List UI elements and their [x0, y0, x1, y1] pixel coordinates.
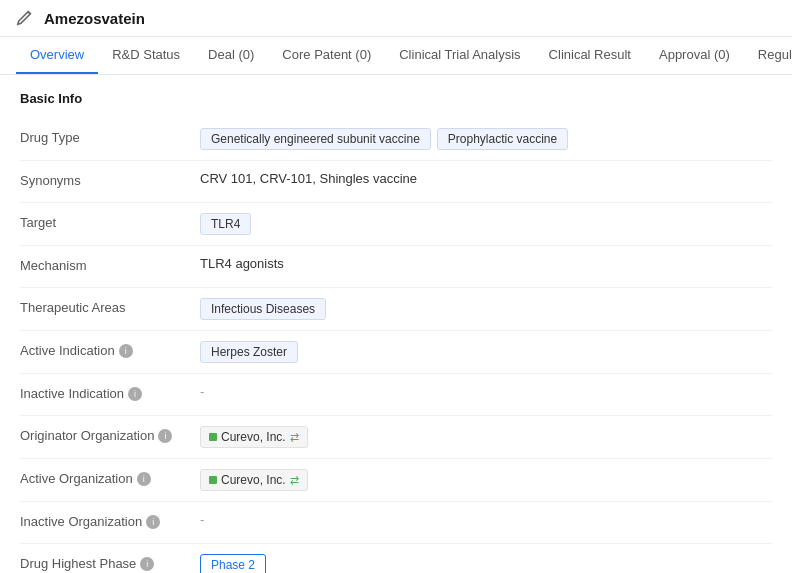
section-basic-info: Basic Info: [20, 91, 772, 106]
field-mechanism: Mechanism TLR4 agonists: [20, 246, 772, 288]
label-target: Target: [20, 213, 200, 230]
value-mechanism: TLR4 agonists: [200, 256, 772, 271]
tab-overview[interactable]: Overview: [16, 37, 98, 74]
label-inactive-indication: Inactive Indication i: [20, 384, 200, 401]
value-inactive-org: -: [200, 512, 772, 527]
label-therapeutic-areas: Therapeutic Areas: [20, 298, 200, 315]
org-arrows-icon-2: ⇄: [290, 474, 299, 487]
navigation-tabs: Overview R&D Status Deal (0) Core Patent…: [0, 37, 792, 75]
value-drug-type: Genetically engineered subunit vaccine P…: [200, 128, 772, 150]
label-inactive-org: Inactive Organization i: [20, 512, 200, 529]
value-target: TLR4: [200, 213, 772, 235]
value-originator-org: Curevo, Inc. ⇄: [200, 426, 772, 448]
org-arrows-icon: ⇄: [290, 431, 299, 444]
field-drug-highest-phase: Drug Highest Phase i Phase 2: [20, 544, 772, 573]
label-active-org: Active Organization i: [20, 469, 200, 486]
info-icon-inactive-indication[interactable]: i: [128, 387, 142, 401]
active-org-badge[interactable]: Curevo, Inc. ⇄: [200, 469, 308, 491]
tab-rd-status[interactable]: R&D Status: [98, 37, 194, 74]
value-therapeutic-areas: Infectious Diseases: [200, 298, 772, 320]
value-synonyms: CRV 101, CRV-101, Shingles vaccine: [200, 171, 772, 186]
field-target: Target TLR4: [20, 203, 772, 246]
tab-clinical-trial[interactable]: Clinical Trial Analysis: [385, 37, 534, 74]
field-inactive-org: Inactive Organization i -: [20, 502, 772, 544]
value-inactive-indication: -: [200, 384, 772, 399]
originator-org-badge[interactable]: Curevo, Inc. ⇄: [200, 426, 308, 448]
org-dot-icon: [209, 433, 217, 441]
field-active-org: Active Organization i Curevo, Inc. ⇄: [20, 459, 772, 502]
label-drug-highest-phase: Drug Highest Phase i: [20, 554, 200, 571]
tag-infectious-diseases: Infectious Diseases: [200, 298, 326, 320]
label-synonyms: Synonyms: [20, 171, 200, 188]
tab-clinical-result[interactable]: Clinical Result: [535, 37, 645, 74]
org-dot-icon-2: [209, 476, 217, 484]
value-drug-highest-phase: Phase 2: [200, 554, 772, 573]
info-icon-originator-org[interactable]: i: [158, 429, 172, 443]
drug-title: Amezosvatein: [44, 10, 145, 27]
tag-tlr4[interactable]: TLR4: [200, 213, 251, 235]
tab-core-patent[interactable]: Core Patent (0): [268, 37, 385, 74]
tag-genetically-engineered: Genetically engineered subunit vaccine: [200, 128, 431, 150]
main-content: Basic Info Drug Type Genetically enginee…: [0, 75, 792, 573]
tag-herpes-zoster: Herpes Zoster: [200, 341, 298, 363]
inactive-indication-dash: -: [200, 384, 204, 399]
phase-badge: Phase 2: [200, 554, 266, 573]
pencil-icon: [16, 8, 36, 28]
info-icon-inactive-org[interactable]: i: [146, 515, 160, 529]
info-icon-active-org[interactable]: i: [137, 472, 151, 486]
field-originator-org: Originator Organization i Curevo, Inc. ⇄: [20, 416, 772, 459]
active-org-name: Curevo, Inc.: [221, 473, 286, 487]
info-icon-drug-phase[interactable]: i: [140, 557, 154, 571]
label-mechanism: Mechanism: [20, 256, 200, 273]
originator-org-name: Curevo, Inc.: [221, 430, 286, 444]
field-active-indication: Active Indication i Herpes Zoster: [20, 331, 772, 374]
page-header: Amezosvatein: [0, 0, 792, 37]
field-synonyms: Synonyms CRV 101, CRV-101, Shingles vacc…: [20, 161, 772, 203]
label-originator-org: Originator Organization i: [20, 426, 200, 443]
tab-deal[interactable]: Deal (0): [194, 37, 268, 74]
tab-approval[interactable]: Approval (0): [645, 37, 744, 74]
inactive-org-dash: -: [200, 512, 204, 527]
field-inactive-indication: Inactive Indication i -: [20, 374, 772, 416]
value-active-org: Curevo, Inc. ⇄: [200, 469, 772, 491]
label-drug-type: Drug Type: [20, 128, 200, 145]
synonyms-text: CRV 101, CRV-101, Shingles vaccine: [200, 171, 417, 186]
tag-prophylactic-vaccine: Prophylactic vaccine: [437, 128, 568, 150]
value-active-indication: Herpes Zoster: [200, 341, 772, 363]
info-icon-active-indication[interactable]: i: [119, 344, 133, 358]
tab-regulation[interactable]: Regulation (0): [744, 37, 792, 74]
field-therapeutic-areas: Therapeutic Areas Infectious Diseases: [20, 288, 772, 331]
field-drug-type: Drug Type Genetically engineered subunit…: [20, 118, 772, 161]
mechanism-text: TLR4 agonists: [200, 256, 284, 271]
label-active-indication: Active Indication i: [20, 341, 200, 358]
